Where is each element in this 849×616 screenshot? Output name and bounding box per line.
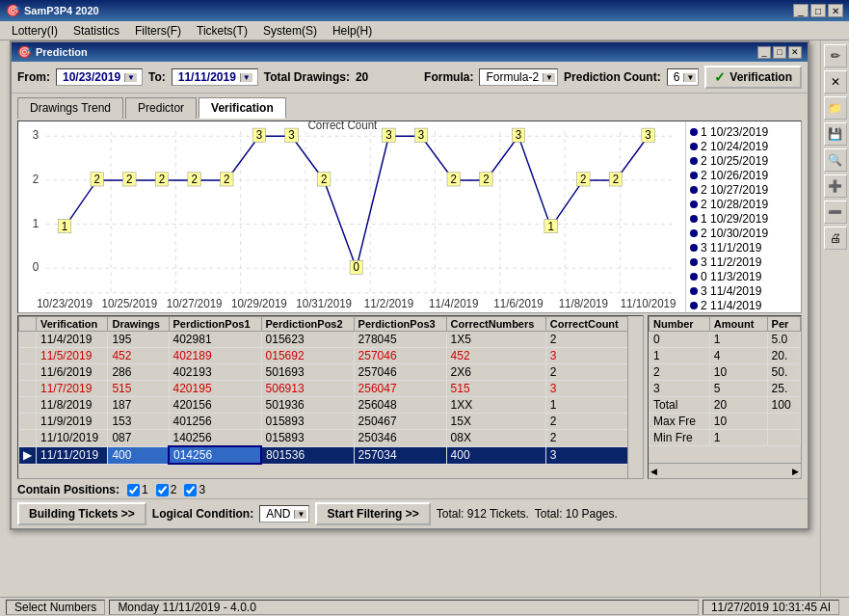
- minimize-btn[interactable]: _: [793, 4, 809, 17]
- menu-lottery[interactable]: Lottery(I): [4, 22, 66, 40]
- table-row[interactable]: ▶11/11/20194000142568015362570344003: [19, 446, 629, 464]
- svg-text:3: 3: [385, 128, 392, 142]
- from-date-arrow[interactable]: ▼: [124, 73, 137, 82]
- svg-text:10/25/2019: 10/25/2019: [101, 297, 157, 310]
- pred-count-arrow[interactable]: ▼: [683, 73, 696, 82]
- to-date[interactable]: 11/11/2019 ▼: [172, 68, 258, 86]
- svg-text:11/4/2019: 11/4/2019: [429, 297, 479, 310]
- svg-text:2: 2: [159, 173, 165, 186]
- table-row[interactable]: 21050.: [650, 364, 801, 381]
- table-row[interactable]: 11/4/20191954029810156232780451X52: [19, 332, 629, 348]
- svg-text:2: 2: [613, 173, 619, 186]
- table-row[interactable]: 015.0: [650, 332, 801, 348]
- icon-search[interactable]: 🔍: [824, 148, 847, 172]
- verify-button[interactable]: ✓ Verification: [704, 66, 802, 89]
- pages-info: Total: 10 Pages.: [535, 507, 618, 521]
- icon-save[interactable]: 💾: [824, 122, 847, 146]
- pred-count-label: Prediction Count:: [564, 70, 661, 84]
- contain-pos1-label: 1: [127, 483, 148, 496]
- maximize-btn[interactable]: □: [810, 4, 826, 17]
- side-col-number: Number: [650, 317, 710, 332]
- tab-predictor[interactable]: Predictor: [125, 97, 197, 119]
- svg-text:3: 3: [33, 128, 40, 142]
- formula-arrow[interactable]: ▼: [543, 73, 555, 82]
- row-arrow: [19, 381, 37, 397]
- legend-item: 3 11/1/2019: [690, 241, 797, 254]
- svg-text:2: 2: [451, 173, 457, 186]
- table-row[interactable]: 1420.: [650, 348, 801, 364]
- contain-label: Contain Positions:: [17, 483, 119, 496]
- icon-pencil[interactable]: ✏: [824, 44, 847, 67]
- table-scrollbar[interactable]: [627, 316, 643, 478]
- table-area: Verification Drawings PerdictionPos1 Per…: [17, 315, 802, 479]
- legend-item: 2 10/26/2019: [690, 169, 797, 182]
- table-row[interactable]: 3525.: [650, 381, 801, 397]
- from-date[interactable]: 10/23/2019 ▼: [56, 68, 143, 86]
- formula-combo[interactable]: Formula-2 ▼: [479, 68, 558, 86]
- chart-legend: 1 10/23/2019 2 10/24/2019 2 10/25/2019 2…: [685, 121, 801, 312]
- col-header-p3: PerdictionPos3: [354, 317, 446, 332]
- building-tickets-button[interactable]: Building Tickets >>: [17, 502, 146, 525]
- svg-text:10/27/2019: 10/27/2019: [167, 297, 223, 310]
- menu-system[interactable]: System(S): [255, 22, 325, 40]
- row-arrow: [19, 332, 37, 348]
- col-header-verification: Verification: [37, 317, 108, 332]
- menu-statistics[interactable]: Statistics: [66, 22, 127, 40]
- icon-minus[interactable]: ➖: [824, 201, 847, 224]
- svg-text:11/6/2019: 11/6/2019: [493, 297, 544, 310]
- menu-tickets[interactable]: Tickets(T): [189, 22, 255, 40]
- right-icon-panel: ✏ ✕ 📁 💾 🔍 ➕ ➖ 🖨: [820, 40, 849, 597]
- svg-text:1: 1: [62, 219, 68, 232]
- side-col-per: Per: [767, 317, 800, 332]
- check-icon: ✓: [714, 69, 726, 85]
- formula-label: Formula:: [424, 70, 473, 84]
- chart-svg: 3 2 1 0 Correct Count: [18, 121, 685, 312]
- icon-folder[interactable]: 📁: [824, 96, 847, 120]
- total-label: Total Drawings:: [264, 70, 350, 84]
- logic-combo-arrow[interactable]: ▼: [294, 510, 306, 519]
- svg-text:3: 3: [516, 128, 522, 142]
- dialog-close[interactable]: ✕: [788, 46, 802, 59]
- table-row[interactable]: 11/9/201915340125601589325046715X2: [19, 414, 629, 430]
- tab-verification[interactable]: Verification: [199, 97, 286, 119]
- legend-item: 2 10/30/2019: [690, 227, 797, 240]
- col-header-drawings: Drawings: [108, 317, 169, 332]
- svg-text:3: 3: [256, 128, 263, 142]
- contain-pos3-check[interactable]: [184, 484, 197, 496]
- svg-text:0: 0: [354, 260, 360, 274]
- table-row[interactable]: 11/6/20192864021935016932570462X62: [19, 364, 629, 381]
- table-row[interactable]: 11/8/20191874201565019362560481XX1: [19, 397, 629, 414]
- contain-pos2-check[interactable]: [156, 484, 169, 496]
- prediction-dialog: 🎯 Prediction _ □ ✕ From: 10/23/2019 ▼ To…: [10, 40, 809, 530]
- table-row[interactable]: Max Fre10: [650, 414, 801, 430]
- dialog-titlebar: 🎯 Prediction _ □ ✕: [12, 42, 808, 62]
- contain-pos1-check[interactable]: [127, 484, 140, 496]
- icon-print[interactable]: 🖨: [824, 227, 847, 250]
- to-label: To:: [148, 70, 166, 84]
- table-row[interactable]: 11/7/20195154201955069132560475153: [19, 381, 629, 397]
- row-arrow: [19, 364, 37, 381]
- dialog-toolbar: From: 10/23/2019 ▼ To: 11/11/2019 ▼ Tota…: [12, 62, 808, 94]
- app-titlebar: 🎯 SamP3P4 2020 _ □ ✕: [0, 0, 849, 21]
- icon-cross[interactable]: ✕: [824, 70, 847, 94]
- menu-help[interactable]: Help(H): [325, 22, 380, 40]
- table-row[interactable]: Total20100: [650, 397, 801, 414]
- tab-drawings-trend[interactable]: Drawings Trend: [17, 97, 123, 119]
- table-row[interactable]: Min Fre1: [650, 430, 801, 446]
- table-row[interactable]: 11/5/20194524021890156922570464523: [19, 348, 629, 364]
- svg-text:11/2/2019: 11/2/2019: [364, 297, 414, 310]
- logic-combo[interactable]: AND ▼: [259, 505, 309, 522]
- dialog-minimize[interactable]: _: [757, 46, 771, 59]
- contain-pos2-label: 2: [156, 483, 177, 496]
- table-row[interactable]: 11/10/201908714025601589325034608X2: [19, 430, 629, 447]
- pred-count-combo[interactable]: 6 ▼: [667, 68, 700, 86]
- side-hscrollbar[interactable]: ◀ ▶: [649, 463, 801, 478]
- svg-text:10/31/2019: 10/31/2019: [296, 297, 352, 310]
- start-filtering-button[interactable]: Start Filtering >>: [315, 502, 430, 525]
- to-date-arrow[interactable]: ▼: [240, 73, 252, 82]
- dialog-maximize[interactable]: □: [773, 46, 786, 59]
- icon-plus[interactable]: ➕: [824, 174, 847, 198]
- col-header-p1: PerdictionPos1: [169, 317, 261, 332]
- close-btn[interactable]: ✕: [828, 4, 843, 17]
- menu-filters[interactable]: Filters(F): [127, 22, 189, 40]
